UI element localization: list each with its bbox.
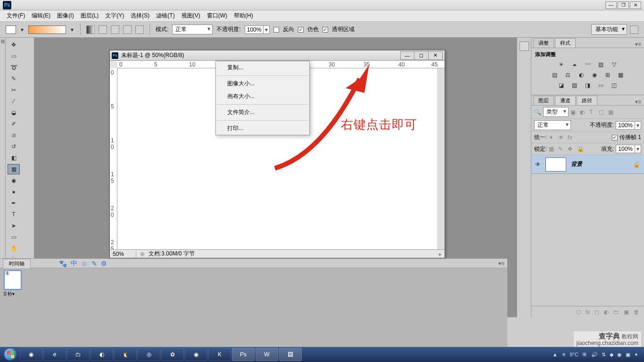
menu-filter[interactable]: 滤镜(T) [153, 10, 177, 21]
doc-info[interactable]: 文档:3.00M/0 字节 [149, 250, 195, 258]
menu-help[interactable]: 帮助(H) [231, 10, 256, 21]
visibility-toggle[interactable]: 👁 [535, 161, 541, 168]
tab-layers[interactable]: 图层 [533, 96, 554, 105]
link-layers-icon[interactable]: ⬡ [576, 309, 581, 315]
gradient-angle[interactable] [111, 25, 119, 34]
ctx-canvas-size[interactable]: 画布大小... [216, 90, 309, 103]
filter-adj-icon[interactable]: ◐ [580, 109, 587, 115]
adj-hue-icon[interactable]: ▤ [551, 71, 559, 79]
minimize-button[interactable]: — [605, 1, 617, 9]
ruler-vertical[interactable]: 0 5 1 0 1 5 2 0 2 5 [110, 68, 117, 249]
menu-edit[interactable]: 编辑(E) [29, 10, 53, 21]
new-layer-icon[interactable]: ▣ [624, 309, 629, 315]
filter-type-t-icon[interactable]: T [589, 109, 597, 115]
adj-photo-filter-icon[interactable]: ◉ [590, 71, 599, 79]
gradient-picker[interactable] [28, 25, 66, 34]
delete-layer-icon[interactable]: 🗑 [634, 309, 639, 315]
layer-blend-select[interactable]: 正常 [534, 120, 571, 130]
taskbar-photoshop[interactable]: Ps [232, 348, 255, 361]
dither-checkbox[interactable]: ✔ [298, 27, 304, 33]
layer-fx-icon[interactable]: fx [586, 309, 590, 315]
blend-mode-select[interactable]: 正常 [172, 25, 213, 34]
dodge-tool[interactable]: ● [8, 187, 20, 197]
close-button[interactable]: ✕ [630, 1, 641, 9]
eraser-tool[interactable]: ◧ [8, 153, 20, 163]
menu-view[interactable]: 视图(V) [179, 10, 203, 21]
ime-emoji-icon[interactable]: ☺ [81, 260, 88, 267]
frame-1[interactable]: 1 [4, 270, 22, 290]
filter-type-icon[interactable]: 🔍 [534, 109, 541, 115]
workspace-icon[interactable]: ⊕ [140, 251, 145, 257]
tray-more-3[interactable]: ▣ [626, 352, 630, 358]
new-fill-icon[interactable]: ◐ [604, 309, 609, 315]
start-button[interactable] [2, 348, 19, 361]
adj-exposure-icon[interactable]: ▨ [597, 61, 605, 68]
taskbar-word[interactable]: W [256, 348, 278, 361]
type-tool[interactable]: T [8, 209, 20, 220]
tray-more-2[interactable]: ◉ [617, 352, 622, 358]
tab-channels[interactable]: 通道 [555, 96, 576, 105]
layer-row-background[interactable]: 👁 背景 🔒 [531, 155, 644, 174]
ime-gear-icon[interactable]: ⚙ [101, 260, 107, 267]
transparency-checkbox[interactable]: ✔ [322, 27, 328, 33]
adj-curves-icon[interactable]: 〰 [584, 61, 592, 68]
unify-position-icon[interactable]: ✦ [549, 134, 556, 141]
filter-pixel-icon[interactable]: ▣ [570, 109, 578, 115]
tool-preset-picker[interactable] [6, 25, 16, 34]
crop-tool[interactable]: ✂ [8, 85, 20, 95]
adj-balance-icon[interactable]: ⚖ [564, 71, 572, 79]
gradient-tool[interactable]: ▦ [8, 164, 20, 174]
unify-style-icon[interactable]: fx [568, 134, 575, 141]
maximize-button[interactable]: ❐ [618, 1, 629, 9]
tray-weather-icon[interactable]: ☀ [561, 352, 566, 358]
layer-name[interactable]: 背景 [571, 160, 582, 168]
propagate-checkbox[interactable]: ✔ [612, 135, 618, 140]
taskbar-qq[interactable]: 🐧 [114, 348, 137, 361]
taskbar-explorer[interactable]: 🗀 [67, 348, 90, 361]
menu-select[interactable]: 选择(S) [128, 10, 152, 21]
tray-more-1[interactable]: ◆ [610, 352, 613, 358]
workspace-grid-icon[interactable] [630, 25, 638, 34]
taskbar-media[interactable]: ✿ [161, 348, 184, 361]
doc-maximize[interactable]: ◻ [414, 51, 429, 60]
frame-delay[interactable]: 0 秒▾ [4, 291, 15, 297]
quick-select-tool[interactable]: ✎ [8, 74, 20, 84]
timeline-frames[interactable]: 1 0 秒▾ [0, 268, 507, 352]
adj-invert-icon[interactable]: ◪ [557, 82, 566, 89]
adj-levels-icon[interactable]: ⏶ [570, 61, 579, 68]
layer-mask-icon[interactable]: ◻ [594, 309, 599, 315]
ctx-copy[interactable]: 复制... [216, 61, 309, 74]
taskbar-ie[interactable]: e [43, 348, 66, 361]
opacity-input[interactable]: 100%▾ [245, 25, 270, 34]
doc-scroll-right[interactable]: ▸ [439, 251, 442, 257]
tab-adjustments[interactable]: 调整 [533, 38, 554, 48]
pen-tool[interactable]: ✒ [8, 198, 20, 208]
healing-tool[interactable]: ◒ [8, 107, 20, 118]
filter-kind-select[interactable]: 类型 [543, 107, 569, 117]
tray-shield-icon[interactable]: ⛨ [582, 352, 587, 357]
adj-posterize-icon[interactable]: ▧ [570, 82, 579, 89]
blur-tool[interactable]: ◉ [8, 175, 20, 186]
gradient-diamond[interactable] [135, 25, 144, 34]
filter-shape-icon[interactable]: ▢ [599, 109, 606, 115]
shape-tool[interactable]: ▭ [8, 232, 20, 242]
doc-close[interactable]: ✕ [429, 51, 443, 60]
zoom-level[interactable]: 50% [113, 251, 136, 257]
adj-bw-icon[interactable]: ◐ [577, 71, 586, 79]
collapsed-panel-icon[interactable] [520, 41, 529, 51]
stamp-tool[interactable]: ⎚ [8, 130, 20, 140]
taskbar-app-3[interactable]: ◉ [185, 348, 207, 361]
brush-tool[interactable]: ✐ [8, 119, 20, 129]
system-tray[interactable]: ▲ ☀ 9°C ⛨ 🔊 ⇅ ◆ ◉ ▣ ✦ [553, 352, 642, 358]
tab-styles[interactable]: 样式 [555, 38, 576, 48]
unify-visibility-icon[interactable]: 👁 [558, 134, 566, 141]
ctx-file-info[interactable]: 文件简介... [216, 106, 309, 119]
tray-net-icon[interactable]: ⇅ [602, 352, 606, 358]
eyedropper-tool[interactable]: ∕ [8, 96, 20, 107]
layer-thumbnail[interactable] [545, 157, 566, 172]
fill-input[interactable]: 100%▾ [616, 145, 641, 153]
gradient-linear[interactable] [86, 25, 95, 34]
adj-brightness-icon[interactable]: ☀ [557, 61, 566, 68]
tab-timeline[interactable]: 时间轴 [3, 259, 31, 268]
adj-selective-icon[interactable]: ◫ [610, 82, 619, 89]
